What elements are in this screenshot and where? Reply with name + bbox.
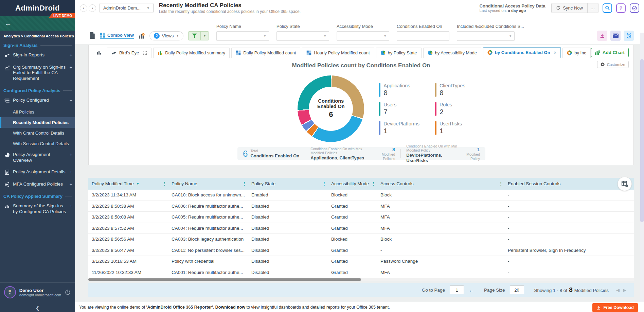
sidebar-subitem-with-grant-control-details[interactable]: With Grant Control Details — [0, 128, 75, 138]
expander-icon[interactable]: + — [70, 65, 72, 71]
add-chart-button[interactable]: Add Chart — [591, 48, 629, 57]
sidebar-item-mfa-configured-policies[interactable]: MFA Configured Policies + — [0, 178, 75, 191]
free-download-button[interactable]: Free Download — [592, 303, 638, 312]
expand-icon[interactable] — [143, 51, 147, 55]
table-row[interactable]: 3/2/2023 8:57:52 AMCA004: Require multif… — [88, 223, 634, 234]
filter-input[interactable] — [397, 31, 449, 41]
sidebar-item-policy-assignment-overview[interactable]: Policy Assignment Overview + — [0, 149, 75, 167]
table-row[interactable]: 3/2/2023 11:34:13 AMCA010: Block access … — [88, 190, 634, 201]
sidebar-subitem-with-session-control-details[interactable]: With Session Control Details — [0, 138, 75, 149]
column-header-policy-modified-time[interactable]: Policy Modified Time▼⋮ — [88, 178, 168, 190]
sidebar-subitem-recently-modified-policies[interactable]: Recently Modified Policies — [0, 117, 75, 128]
expander-icon[interactable]: − — [70, 98, 72, 104]
chart-tab-hourly-policy-modified-count[interactable]: Hourly Policy Modified count — [302, 48, 374, 58]
chart-tab-daily-policy-modified-summary[interactable]: Daily Policy Modified summary — [153, 48, 230, 58]
table-row[interactable]: 3/2/2023 8:58:08 AMCA005: Require multif… — [88, 212, 634, 223]
customize-button[interactable]: Customize — [597, 61, 629, 68]
avatar[interactable] — [4, 286, 16, 298]
expander-icon[interactable]: + — [70, 52, 72, 58]
chart-tab-by-inc[interactable]: by Inc — [562, 48, 591, 58]
filter-input[interactable]: ▼ — [457, 31, 515, 41]
chart-tab-by-accessibility-mode[interactable]: by Accessibility Mode — [423, 48, 482, 58]
legend-item-clienttypes[interactable]: ClientTypes 8 — [435, 83, 465, 97]
goto-page-arrow-icon[interactable]: ← — [469, 287, 474, 293]
filter-input[interactable]: ▼ — [337, 31, 389, 41]
expander-icon[interactable]: + — [70, 169, 72, 175]
expander-icon[interactable]: + — [70, 203, 72, 209]
nav-back-icon[interactable]: ‹ — [80, 4, 87, 12]
sidebar-item-sign-in-reports[interactable]: Sign-in Reports + — [0, 49, 75, 62]
filter-caret-button[interactable]: ▼ — [200, 32, 209, 40]
sidebar-item-org-summary-on-sign-ins-failed[interactable]: Org Summary on Sign-ins Failed to Fulfil… — [0, 62, 75, 85]
column-header-access-controls[interactable]: Access Controls⋮ — [377, 178, 504, 190]
page-size-input[interactable] — [510, 285, 524, 294]
vertical-scrollbar[interactable] — [640, 33, 644, 302]
filter-input[interactable]: ▼ — [216, 31, 269, 41]
table-row[interactable]: 3/1/2023 10:16:53 AMPolicy with credenti… — [88, 256, 634, 267]
expander-icon[interactable]: + — [70, 152, 72, 158]
column-menu-icon[interactable]: ⋮ — [242, 181, 247, 186]
chart-tab-daily-policy-modified-count[interactable]: Daily Policy Modified count — [231, 48, 300, 58]
breadcrumb[interactable]: Analytics > Conditional Access Policies … — [0, 31, 75, 39]
column-header-policy-state[interactable]: Policy State⋮ — [248, 178, 328, 190]
legend-item-users[interactable]: Users 7 — [379, 102, 419, 116]
vertical-scrollbar-thumb[interactable] — [640, 59, 644, 222]
table-cell: Granted — [328, 259, 377, 264]
chart-tab-by-conditions-enabled-on[interactable]: by Conditions Enabled On× — [483, 47, 561, 58]
sidebar-item-policy-assignment-details[interactable]: Policy Assignment Details + — [0, 166, 75, 178]
sidebar-item-policy-configured[interactable]: Policy Configured − — [0, 94, 75, 107]
workspace-selector[interactable]: AdminDroid Dem... ▼ — [100, 3, 154, 13]
column-header-accessibility-mode[interactable]: Accessibility Mode⋮ — [328, 178, 377, 190]
demo-banner-text: You are viewing the online demo of 'Admi… — [79, 305, 390, 310]
power-icon[interactable] — [65, 289, 71, 296]
email-icon[interactable] — [610, 31, 621, 41]
goto-page-input[interactable] — [450, 285, 464, 294]
schedule-alarm-icon[interactable] — [624, 31, 634, 41]
nav-forward-icon[interactable]: › — [89, 4, 96, 12]
horizontal-scrollbar-thumb[interactable] — [88, 278, 361, 281]
sidebar-item-summary-of-the-sign-ins-by-con[interactable]: Summary of the Sign-ins by Configured CA… — [0, 200, 75, 218]
column-menu-icon[interactable]: ⋮ — [162, 181, 167, 186]
next-page-icon[interactable]: ▶ — [623, 288, 626, 293]
column-menu-icon[interactable]: ⋮ — [322, 181, 326, 186]
legend-item-deviceplatforms[interactable]: DevicePlatforms 1 — [379, 121, 419, 135]
chart-tab-by-policy-state[interactable]: by Policy State — [376, 48, 422, 58]
sync-now-button[interactable]: Sync Now — [551, 3, 588, 13]
close-icon[interactable]: × — [554, 50, 557, 55]
refresh-icon — [556, 6, 560, 10]
column-header-policy-name[interactable]: Policy Name⋮ — [168, 178, 248, 190]
table-row[interactable]: 3/2/2023 8:56:56 AMCA003: Block legacy a… — [88, 234, 634, 245]
column-menu-icon[interactable]: ⋮ — [371, 181, 376, 186]
filter-input[interactable]: ▼ — [276, 31, 329, 41]
horizontal-scrollbar[interactable] — [88, 278, 634, 281]
sidebar-collapse-icon[interactable]: ❮ — [0, 305, 75, 311]
search-icon[interactable] — [603, 3, 612, 13]
help-icon[interactable]: ? — [616, 3, 626, 13]
table-row[interactable]: 3/2/2023 8:58:38 AMCA006: Require multif… — [88, 201, 634, 212]
expander-icon[interactable]: + — [70, 181, 72, 188]
legend-item-userrisks[interactable]: UserRisks 1 — [435, 121, 465, 135]
views-dropdown[interactable]: 2 Views ▼ — [149, 31, 183, 40]
export-download-icon[interactable] — [597, 31, 607, 41]
back-arrow-icon[interactable]: ← — [5, 20, 12, 28]
prev-page-icon[interactable]: ◀ — [616, 288, 620, 293]
column-header-enabled-session-controls[interactable]: Enabled Session Controls — [504, 178, 634, 190]
report-file-icon[interactable] — [89, 32, 95, 39]
table-cell: CA006: Require multifactor authe... — [168, 204, 248, 209]
sidebar-subitem-all-policies[interactable]: All Policies — [0, 107, 75, 117]
task-check-icon[interactable] — [630, 3, 639, 13]
chart-tab-icon[interactable] — [93, 47, 105, 58]
filter-funnel-button[interactable] — [189, 32, 200, 40]
sync-more-button[interactable]: ... — [588, 3, 598, 13]
table-row[interactable]: 3/2/2023 8:56:47 AMCA011: No persistent … — [88, 245, 634, 256]
column-chooser-button[interactable] — [618, 177, 632, 191]
legend-item-roles[interactable]: Roles 2 — [435, 102, 465, 116]
table-row[interactable]: 11/26/2022 10:32:33 AMCA001: Require mul… — [88, 267, 634, 278]
download-now-link[interactable]: Download now — [215, 305, 245, 310]
chart-tab-bird-s-eye[interactable]: Bird's Eye — [107, 48, 151, 58]
legend-item-applications[interactable]: Applications 8 — [379, 83, 419, 97]
column-menu-icon[interactable]: ⋮ — [499, 181, 503, 186]
chart-report-icon[interactable] — [139, 33, 145, 39]
donut-chart[interactable]: Conditions Enabled On 6 — [298, 75, 364, 142]
combo-view-tab[interactable]: Combo View — [100, 33, 134, 39]
